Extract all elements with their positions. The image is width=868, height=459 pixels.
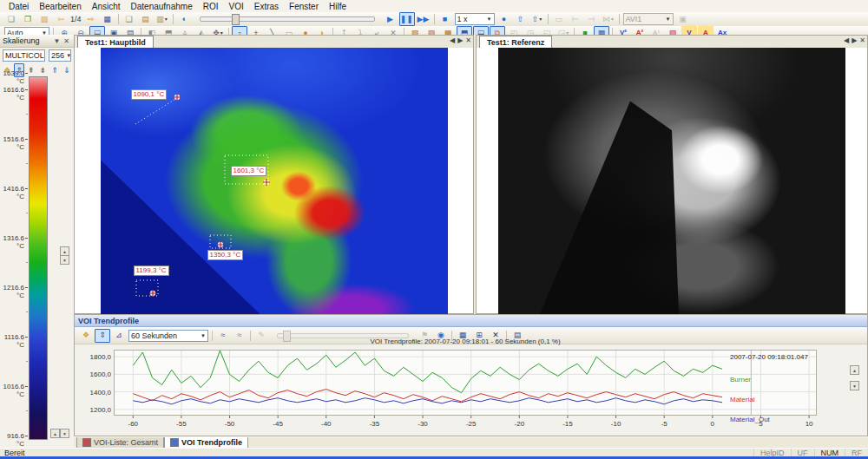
tab-next-icon[interactable]: ▶ [457, 36, 463, 44]
ref-tab-close-icon[interactable]: ✕ [859, 36, 865, 44]
temperature-annotation[interactable]: 1199,3 °C [134, 266, 169, 276]
scale-minitick [26, 410, 28, 411]
menu-bearbeiten[interactable]: Bearbeiten [34, 1, 86, 12]
position-slider[interactable] [200, 16, 375, 22]
toolbar-separator [619, 14, 620, 24]
cut-end-icon[interactable]: ⊣ [584, 12, 600, 26]
next-image-icon[interactable]: ⇨ [83, 12, 99, 26]
color-scale-gradient[interactable] [29, 76, 48, 440]
scale-tick [25, 386, 28, 387]
ref-image-content [477, 48, 867, 313]
new-file-icon[interactable]: ❏ [3, 12, 19, 26]
scale-tick [25, 188, 28, 189]
reference-image[interactable] [498, 48, 845, 314]
cut-start-icon[interactable]: ⊢ [568, 12, 583, 26]
temperature-annotation[interactable]: 1090,1 °C [131, 89, 168, 100]
avi-combo[interactable]: AVI1▼ [623, 13, 674, 25]
trim-icon[interactable]: ▭ [551, 12, 567, 26]
menu-hilfe[interactable]: Hilfe [324, 1, 352, 12]
menu-extras[interactable]: Extras [249, 1, 284, 12]
slider-thumb[interactable] [232, 14, 240, 25]
reference-image-window: Test1: Referenz ◀ ▶ ✕ [476, 35, 868, 314]
copy-icon[interactable]: ❑ [122, 12, 137, 26]
scale-max-spin-down[interactable]: ▼ [60, 255, 69, 265]
scale-min-spin-down[interactable]: ▼ [60, 429, 69, 438]
record-icon[interactable]: ● [496, 12, 512, 26]
tab-icon [170, 438, 179, 447]
play-icon[interactable]: ▶ [383, 12, 398, 26]
trend-chart[interactable] [114, 350, 817, 423]
menu-roi[interactable]: ROI [198, 1, 224, 12]
marker-up-icon[interactable]: ⇧ [513, 12, 529, 26]
scale-label: 1639.0 °C [0, 69, 24, 85]
legend-cursor-time: 2007-07-20 09:18:01.047 [730, 353, 808, 361]
ref-tab-prev-icon[interactable]: ◀ [844, 36, 849, 44]
chart-scroll-down[interactable]: ▼ [850, 381, 859, 390]
autoscale-trend-icon[interactable]: ⇕ [95, 329, 110, 343]
scale-combos: MULTICOLOR▼ 256▼ [0, 48, 74, 62]
toolbar-separator [118, 14, 119, 24]
toolbar-separator [173, 14, 174, 24]
temperature-annotation[interactable]: 1601,3 °C [231, 166, 267, 176]
trend-panel: VOI Trendprofile ❖⇕⊿60 Sekunden▼≈≈✎⚑◉▦⊞✕… [74, 314, 868, 436]
scale-min-spin-up[interactable]: ▲ [50, 429, 60, 438]
thermal-image[interactable]: 1090,1 °C1601,3 °C1350,3 °C1199,3 °C [101, 48, 448, 314]
menu-voi[interactable]: VOI [223, 1, 248, 12]
legend-material_out: Material_Out [730, 416, 770, 423]
report-icon[interactable]: ❐ [20, 12, 36, 26]
levels-combo[interactable]: 256▼ [49, 49, 71, 62]
bottom-tab-bar: VOI-Liste: GesamtVOI Trendprofile [74, 436, 868, 449]
snapshot-icon[interactable]: ▤ [138, 12, 154, 26]
menu-ansicht[interactable]: Ansicht [87, 1, 126, 12]
temperature-annotation[interactable]: 1350,3 °C [207, 250, 244, 260]
scale-area: 1639.0 °C1616.6 °C1516.6 °C1416.6 °C1316… [0, 69, 74, 448]
x-tick-label: 10 [802, 420, 816, 428]
tab-hauptbild[interactable]: Test1: Hauptbild [77, 36, 154, 48]
tab-referenz[interactable]: Test1: Referenz [479, 36, 552, 48]
pause-icon[interactable]: ❚❚ [399, 12, 415, 26]
pin-icon[interactable]: ▼ [51, 37, 62, 45]
x-tick-label: -5 [657, 420, 671, 428]
main-image-window: Test1: Hauptbild ◀ ▶ ✕ 1090,1 °C1601,3 °… [74, 35, 474, 314]
scale-minitick [26, 361, 28, 362]
menu-datei[interactable]: Datei [3, 1, 34, 12]
chart-scroll-up[interactable]: ▲ [850, 365, 859, 375]
menu-fenster[interactable]: Fenster [284, 1, 324, 12]
legend-burner: Burner [730, 376, 751, 384]
toolbar-main: ❏❐▨⇦1/4⇨▦❑▤▥▾◖▶❚❚▶▶■1 x▼●⇧⇧▾▭⊢⊣⋈▾AVI1▼▣ [0, 12, 868, 27]
palette-combo[interactable]: MULTICOLOR▼ [3, 49, 45, 62]
fast-forward-icon[interactable]: ▶▶ [416, 12, 431, 26]
speed-combo[interactable]: 1 x▼ [455, 13, 495, 25]
x-tick-label: -20 [512, 420, 526, 428]
menu-bar: DateiBearbeitenAnsichtDatenaufnahmeROIVO… [0, 0, 868, 13]
ref-tab-next-icon[interactable]: ▶ [852, 36, 857, 44]
menu-datenaufnahme[interactable]: Datenaufnahme [126, 1, 198, 12]
scale-label: 1216.6 °C [0, 284, 24, 299]
scale-minitick [26, 163, 28, 164]
avi-settings-icon[interactable]: ▣ [675, 12, 691, 26]
export-icon[interactable]: ▥▾ [155, 12, 170, 26]
scale-tick [25, 238, 28, 239]
tab-prev-icon[interactable]: ◀ [450, 36, 455, 44]
marker-snap-icon[interactable]: ⇧▾ [529, 12, 545, 26]
x-tick-label: -10 [609, 420, 623, 428]
ref-tab-bar: Test1: Referenz ◀ ▶ ✕ [477, 36, 867, 49]
tab-close-icon[interactable]: ✕ [465, 36, 471, 44]
stop-icon[interactable]: ■ [437, 12, 453, 26]
x-tick-label: -15 [561, 420, 575, 428]
scale-label: 1616.6 °C [0, 86, 24, 102]
y-tick-label: 1400,0 [82, 389, 111, 397]
save-icon[interactable]: ▦ [100, 12, 115, 26]
legend-material: Material [730, 396, 754, 403]
scale-tick [25, 337, 28, 338]
close-icon[interactable]: ✕ [62, 37, 71, 45]
clip-icon[interactable]: ⋈▾ [601, 12, 616, 26]
trend-panel-title: VOI Trendprofile [75, 315, 867, 327]
prev-image-icon[interactable]: ⇦ [53, 12, 69, 26]
y-tick-label: 1200,0 [82, 406, 111, 414]
open-icon[interactable]: ▨ [36, 12, 52, 26]
scale-label: 1116.6 °C [0, 333, 24, 349]
sound-icon[interactable]: ◖ [176, 12, 192, 26]
y-tick-label: 1600,0 [82, 370, 111, 378]
palette-icon[interactable]: ❖ [78, 329, 94, 343]
